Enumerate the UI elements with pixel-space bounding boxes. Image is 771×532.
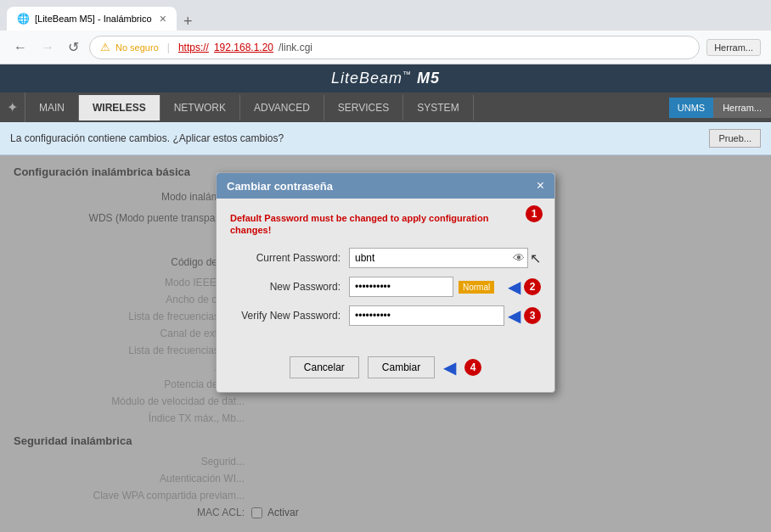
verify-password-label: Verify New Password: [230, 310, 349, 322]
modal-close-button[interactable]: × [537, 179, 544, 193]
tab-services[interactable]: SERVICES [324, 95, 403, 120]
herramienta-nav-button[interactable]: Herram... [714, 98, 771, 118]
security-warning-icon: ⚠ [100, 41, 110, 53]
tab-wireless[interactable]: WIRELESS [79, 95, 160, 120]
cursor-icon: ↖ [530, 250, 541, 266]
brand-name: LiteBeam [331, 70, 402, 87]
trademark: ™ [402, 70, 412, 79]
badge-3: 3 [524, 307, 541, 324]
arrow-4: ◀ [443, 357, 456, 378]
device-header: LiteBeam™ M5 [0, 64, 771, 92]
new-password-wrap: Normal [349, 277, 504, 297]
tab-system[interactable]: SYSTEM [403, 95, 473, 120]
nav-icon: ✦ [7, 100, 18, 115]
current-password-label: Current Password: [230, 252, 349, 264]
url-separator: | [167, 42, 170, 53]
new-password-input[interactable] [349, 277, 453, 297]
cancel-button[interactable]: Cancelar [290, 356, 359, 378]
modal-body: Default Password must be changed to appl… [217, 199, 554, 348]
current-password-input[interactable] [349, 248, 528, 268]
tab-close[interactable]: × [160, 12, 166, 25]
address-bar: ← → ↺ ⚠ No seguro | https://192.168.1.20… [0, 31, 771, 64]
current-password-row: Current Password: 👁 ↖ [230, 248, 541, 268]
nav-tab-icon[interactable]: ✦ [0, 92, 25, 122]
badge-1: 1 [526, 205, 543, 222]
strength-badge: Normal [459, 281, 494, 294]
modal-footer: Cancelar Cambiar ◀ 4 [217, 348, 554, 392]
modal-header: Cambiar contraseña × [217, 173, 554, 199]
new-tab-button[interactable]: + [177, 13, 200, 31]
browser-tab[interactable]: 🌐 [LiteBeam M5] - Inalámbrico × [7, 7, 177, 31]
show-password-icon[interactable]: 👁 [513, 251, 525, 265]
url-bar[interactable]: ⚠ No seguro | https://192.168.1.20/link.… [89, 36, 700, 59]
unms-label: UNMS [678, 103, 705, 113]
tab-title: [LiteBeam M5] - Inalámbrico [35, 14, 152, 24]
modal-title: Cambiar contraseña [227, 180, 333, 193]
tab-main[interactable]: MAIN [25, 95, 79, 120]
new-password-label: New Password: [230, 281, 349, 293]
browser-chrome: 🌐 [LiteBeam M5] - Inalámbrico × + ← → ↺ … [0, 0, 771, 64]
alert-bar: La configuración contiene cambios. ¿Apli… [0, 122, 771, 155]
herramienta-nav-label: Herram... [723, 103, 762, 113]
alert-button[interactable]: Prueb... [709, 129, 761, 148]
content-area: Configuración inalámbrica básica Modo in… [0, 155, 771, 532]
forward-button[interactable]: → [37, 38, 58, 57]
modal-warning-text: Default Password must be changed to appl… [230, 213, 488, 235]
nav-tabs: ✦ MAIN WIRELESS NETWORK ADVANCED SERVICE… [0, 92, 771, 122]
confirm-button[interactable]: Cambiar [368, 356, 435, 378]
herramienta-button[interactable]: Herram... [706, 39, 761, 56]
url-host: 192.168.1.20 [214, 42, 273, 53]
change-password-modal: Cambiar contraseña × Default Password mu… [216, 172, 555, 393]
badge-4: 4 [464, 359, 481, 376]
refresh-button[interactable]: ↺ [65, 37, 82, 57]
unms-button[interactable]: UNMS [669, 98, 714, 118]
new-password-row: New Password: Normal ◀ 2 [230, 277, 541, 297]
verify-password-row: Verify New Password: ◀ 3 [230, 305, 541, 326]
url-protocol: https:// [178, 42, 209, 53]
verify-password-input[interactable] [349, 305, 504, 326]
model-name: M5 [417, 70, 440, 87]
security-warning-text: No seguro [115, 42, 159, 53]
back-button[interactable]: ← [10, 38, 31, 57]
tab-favicon: 🌐 [17, 13, 30, 25]
url-path: /link.cgi [279, 42, 312, 53]
badge-2: 2 [524, 278, 541, 295]
arrow-2: ◀ [508, 277, 521, 297]
verify-password-wrap [349, 305, 504, 326]
current-password-wrap: 👁 [349, 248, 528, 268]
arrow-3: ◀ [508, 305, 521, 326]
modal-overlay: Cambiar contraseña × Default Password mu… [0, 155, 771, 532]
tab-advanced[interactable]: ADVANCED [240, 95, 324, 120]
alert-message: La configuración contiene cambios. ¿Apli… [10, 132, 284, 144]
tab-bar: 🌐 [LiteBeam M5] - Inalámbrico × + [0, 0, 771, 31]
tab-network[interactable]: NETWORK [160, 95, 240, 120]
